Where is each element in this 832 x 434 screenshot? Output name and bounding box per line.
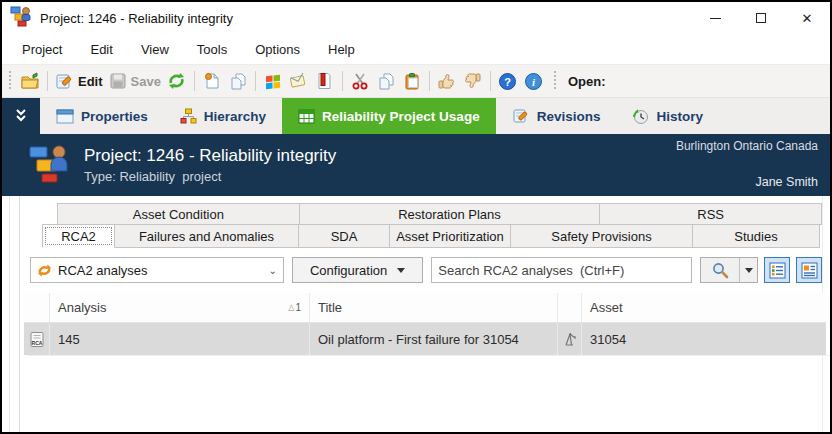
tab-asset-prioritization[interactable]: Asset Prioritization — [389, 224, 511, 248]
help-button[interactable]: ? — [495, 68, 521, 94]
tab-hierarchy[interactable]: Hierarchy — [164, 98, 282, 134]
project-location: Burlington Ontario Canada — [676, 139, 818, 153]
windows-export-button[interactable] — [260, 68, 286, 94]
tab-properties[interactable]: Properties — [40, 98, 164, 134]
card-view-icon — [801, 262, 818, 279]
card-view-button[interactable] — [796, 257, 822, 283]
search-options-arrow[interactable] — [739, 258, 757, 282]
tab-failures-and-anomalies[interactable]: Failures and Anomalies — [114, 224, 299, 248]
menu-options[interactable]: Options — [255, 42, 300, 57]
cut-button[interactable] — [347, 68, 373, 94]
menu-view[interactable]: View — [141, 42, 169, 57]
copy-icon — [377, 72, 395, 90]
edit-button[interactable]: Edit — [52, 68, 106, 94]
tab-sda[interactable]: SDA — [298, 224, 390, 248]
toolbar-separator — [47, 71, 48, 91]
collapse-panel-button[interactable] — [2, 98, 40, 134]
rca-document-icon: RCA — [29, 331, 45, 348]
maximize-button[interactable] — [738, 2, 784, 34]
send-icon — [289, 72, 308, 90]
analyses-select[interactable]: RCA2 analyses ⌄ — [30, 257, 284, 283]
close-button[interactable]: ✕ — [784, 2, 830, 34]
toolbar-separator — [429, 71, 430, 91]
table-header: Analysis △ 1 Title Asset — [24, 293, 826, 323]
svg-text:?: ? — [505, 75, 512, 87]
new-document-icon — [203, 72, 221, 90]
caret-down-icon — [397, 268, 405, 273]
header-asset[interactable]: Asset — [582, 293, 826, 322]
save-button-label: Save — [131, 74, 161, 89]
usage-grid-icon — [298, 109, 315, 124]
tab-rss[interactable]: RSS — [599, 203, 822, 225]
caret-down-icon — [745, 268, 753, 273]
menu-tools[interactable]: Tools — [197, 42, 227, 57]
send-button[interactable] — [286, 68, 312, 94]
duplicate-document-icon — [229, 72, 247, 90]
search-input[interactable] — [431, 257, 692, 283]
row-divider — [28, 355, 830, 356]
tab-revisions[interactable]: Revisions — [496, 98, 617, 134]
tab-safety-provisions[interactable]: Safety Provisions — [510, 224, 693, 248]
tab-history[interactable]: History — [616, 98, 719, 134]
header-icon-column — [24, 293, 50, 322]
revisions-icon — [512, 108, 530, 124]
new-document-button[interactable] — [199, 68, 225, 94]
report-document-icon — [316, 72, 333, 90]
tab-restoration-plans[interactable]: Restoration Plans — [299, 203, 601, 225]
tab-label: Hierarchy — [204, 109, 266, 124]
info-button[interactable]: i — [521, 68, 547, 94]
header-title[interactable]: Title — [310, 293, 558, 322]
row-type-cell: RCA — [24, 323, 50, 355]
menu-project[interactable]: Project — [22, 42, 62, 57]
list-view-button[interactable] — [764, 257, 790, 283]
header-analysis[interactable]: Analysis △ 1 — [50, 293, 310, 322]
toolbar-grip[interactable] — [553, 71, 558, 91]
tab-reliability-project-usage[interactable]: Reliability Project Usage — [282, 98, 496, 134]
tab-studies[interactable]: Studies — [692, 224, 820, 248]
open-project-button[interactable] — [17, 68, 43, 94]
save-icon — [109, 72, 127, 90]
nav-tab-strip: Properties Hierarchy Reliability Project… — [2, 98, 830, 134]
reject-button[interactable] — [460, 68, 486, 94]
minimize-icon — [710, 18, 721, 19]
tab-label: Revisions — [537, 109, 601, 124]
table-row[interactable]: RCA 145 Oil platform - First failure for… — [24, 323, 826, 355]
refresh-button[interactable] — [164, 68, 190, 94]
report-button[interactable] — [312, 68, 338, 94]
menu-help[interactable]: Help — [328, 42, 355, 57]
tab-rca2[interactable]: RCA2 — [42, 224, 115, 248]
properties-window-icon — [56, 109, 74, 124]
toolbar-grip[interactable] — [8, 71, 13, 91]
duplicate-document-button[interactable] — [225, 68, 251, 94]
thumbs-down-icon — [463, 72, 482, 90]
tab-asset-condition[interactable]: Asset Condition — [57, 203, 300, 225]
refresh-icon — [167, 72, 186, 90]
window-title: Project: 1246 - Reliability integrity — [40, 11, 692, 26]
copy-button[interactable] — [373, 68, 399, 94]
title-cell: Oil platform - First failure for 31054 — [310, 323, 558, 355]
maximize-icon — [756, 13, 766, 23]
paste-button[interactable] — [399, 68, 425, 94]
oil-derrick-icon — [563, 332, 577, 347]
search-button[interactable] — [701, 258, 739, 282]
toolbar: Edit Save — [2, 64, 830, 98]
thumbs-up-icon — [437, 72, 456, 90]
section-tabs-row-2: RCA2 Failures and Anomalies SDA Asset Pr… — [42, 224, 822, 248]
toolbar-separator — [342, 71, 343, 91]
save-button[interactable]: Save — [106, 68, 164, 94]
minimize-button[interactable] — [692, 2, 738, 34]
project-title: Project: 1246 - Reliability integrity — [84, 146, 336, 166]
menu-edit[interactable]: Edit — [90, 42, 112, 57]
chevron-down-icon: ⌄ — [269, 265, 277, 276]
sort-indicator: △ 1 — [288, 302, 301, 313]
configuration-button[interactable]: Configuration — [292, 257, 423, 283]
hierarchy-icon — [180, 108, 197, 124]
title-bar: Project: 1246 - Reliability integrity ✕ — [2, 2, 830, 34]
menu-bar: Project Edit View Tools Options Help — [2, 34, 830, 64]
approve-button[interactable] — [434, 68, 460, 94]
toolbar-separator — [255, 71, 256, 91]
tab-label: History — [656, 109, 703, 124]
history-clock-icon — [632, 108, 649, 125]
current-user: Jane Smith — [755, 175, 818, 189]
configuration-label: Configuration — [310, 263, 387, 278]
